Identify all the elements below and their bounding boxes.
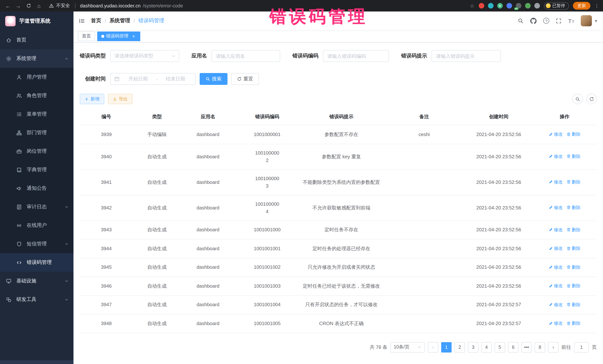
edit-link[interactable]: 修改 bbox=[549, 320, 563, 327]
back-icon[interactable]: ← bbox=[4, 2, 12, 10]
row-id: 3946 bbox=[80, 277, 133, 295]
sidebar-item-online-users[interactable]: 在线用户 bbox=[0, 216, 73, 235]
page-button-8[interactable]: 8 bbox=[535, 342, 545, 352]
calendar-icon bbox=[114, 76, 119, 82]
edit-link[interactable]: 修改 bbox=[549, 301, 563, 308]
hamburger-icon[interactable] bbox=[79, 18, 85, 23]
shield-icon bbox=[16, 241, 22, 247]
font-size-icon[interactable]: TT bbox=[568, 18, 574, 24]
delete-link[interactable]: 删除 bbox=[567, 282, 580, 289]
close-icon[interactable]: × bbox=[131, 33, 136, 39]
extension-dark-icon[interactable]: on bbox=[516, 3, 521, 9]
row-error-message: 只有开启状态的任务，才可以修改 bbox=[300, 295, 383, 314]
sidebar-item-dept-mgmt[interactable]: 部门管理 bbox=[0, 123, 73, 142]
delete-link[interactable]: 删除 bbox=[567, 131, 580, 138]
filter-row-1: 错误码类型 请选择错误码类型 应用名 错误码编码 bbox=[80, 50, 597, 62]
delete-link[interactable]: 删除 bbox=[567, 226, 580, 233]
app-name-input[interactable] bbox=[211, 50, 280, 62]
extension-green-icon[interactable] bbox=[525, 3, 531, 9]
edit-link[interactable]: 修改 bbox=[549, 226, 563, 233]
caret-down-icon[interactable]: ▾ bbox=[595, 18, 597, 23]
error-hint-input[interactable] bbox=[431, 50, 500, 62]
pager-more-button[interactable]: ••• bbox=[521, 342, 532, 352]
edit-link[interactable]: 修改 bbox=[549, 204, 563, 211]
date-range-picker[interactable]: 开始日期 - 结束日期 bbox=[110, 73, 196, 85]
extension-teal-icon[interactable] bbox=[488, 3, 493, 9]
page-button-3[interactable]: 3 bbox=[468, 342, 478, 352]
sidebar-item-sms-mgmt[interactable]: 短信管理 bbox=[0, 235, 73, 253]
edit-link[interactable]: 修改 bbox=[549, 153, 563, 160]
reset-button[interactable]: 重置 bbox=[231, 73, 259, 85]
refresh-button[interactable] bbox=[586, 94, 597, 104]
sidebar-item-dict-mgmt[interactable]: 字典管理 bbox=[0, 161, 73, 179]
delete-link[interactable]: 删除 bbox=[567, 178, 580, 186]
sidebar-collapse-bar[interactable] bbox=[0, 360, 73, 364]
delete-link[interactable]: 删除 bbox=[567, 263, 580, 271]
profile-paused-badge[interactable]: 已暂停 bbox=[544, 2, 569, 10]
row-error-code: 1001001002 bbox=[235, 258, 300, 277]
sidebar-item-home[interactable]: 首页 bbox=[0, 31, 73, 49]
sidebar-item-infra[interactable]: 基础设施 bbox=[0, 272, 73, 290]
row-remark: ceshi bbox=[383, 125, 465, 144]
add-button[interactable]: 新增 bbox=[80, 94, 104, 104]
prev-page-button[interactable]: ‹ bbox=[428, 342, 438, 352]
row-error-message: 定时任务的处理器已经存在 bbox=[300, 239, 383, 258]
goto-page-input[interactable] bbox=[574, 342, 589, 352]
sidebar-item-post-mgmt[interactable]: 岗位管理 bbox=[0, 142, 73, 161]
extension-red-icon[interactable] bbox=[478, 3, 484, 9]
export-button[interactable]: 导出 bbox=[108, 94, 132, 104]
sidebar-item-devtools[interactable]: 研发工具 bbox=[0, 290, 73, 309]
github-icon[interactable] bbox=[530, 18, 537, 24]
extension-vue-devtools-icon[interactable]: V bbox=[497, 3, 503, 9]
edit-link[interactable]: 修改 bbox=[549, 282, 563, 289]
sidebar-item-role-mgmt[interactable]: 角色管理 bbox=[0, 86, 73, 105]
delete-link[interactable]: 删除 bbox=[567, 204, 580, 211]
edit-link[interactable]: 修改 bbox=[549, 178, 563, 186]
tab-home[interactable]: 首页 bbox=[78, 31, 95, 41]
breadcrumb-system[interactable]: 系统管理 bbox=[109, 17, 130, 24]
delete-link[interactable]: 删除 bbox=[567, 153, 580, 160]
app-logo[interactable]: 芋道管理系统 bbox=[0, 11, 73, 31]
error-code-input[interactable] bbox=[323, 50, 389, 62]
reload-icon[interactable] bbox=[24, 2, 33, 10]
page-size-select[interactable]: 10条/页 bbox=[390, 342, 425, 352]
sidebar-item-system[interactable]: 系统管理 bbox=[0, 49, 73, 68]
delete-link[interactable]: 删除 bbox=[567, 320, 580, 327]
sidebar-item-menu-mgmt[interactable]: 菜单管理 bbox=[0, 105, 73, 123]
extensions-puzzle-icon[interactable] bbox=[534, 3, 540, 9]
extension-blue-icon[interactable] bbox=[506, 3, 512, 9]
error-type-select[interactable]: 请选择错误码类型 bbox=[110, 50, 179, 62]
next-page-button[interactable]: › bbox=[548, 342, 558, 352]
forward-icon[interactable]: → bbox=[14, 2, 22, 10]
search-icon[interactable] bbox=[518, 18, 524, 24]
sidebar-item-error-code-mgmt[interactable]: 错误码管理 bbox=[0, 253, 73, 272]
page-button-6[interactable]: 6 bbox=[508, 342, 518, 352]
bookmark-star-icon[interactable]: ☆ bbox=[470, 3, 475, 9]
help-icon[interactable]: ? bbox=[543, 18, 549, 24]
home-icon[interactable]: ⌂ bbox=[35, 2, 43, 10]
chevron-down-icon bbox=[65, 242, 69, 246]
sidebar-item-user-mgmt[interactable]: 用户管理 bbox=[0, 68, 73, 86]
edit-link[interactable]: 修改 bbox=[549, 263, 563, 271]
fullscreen-icon[interactable] bbox=[556, 18, 561, 23]
user-avatar[interactable] bbox=[581, 15, 592, 26]
filter-label: 创建时间 bbox=[80, 76, 106, 82]
address-bar[interactable]: 不安全 dashboard.yudao.iocoder.cn/system/er… bbox=[49, 3, 183, 9]
tab-error-code[interactable]: 错误码管理 × bbox=[97, 31, 140, 41]
delete-link[interactable]: 删除 bbox=[567, 301, 580, 308]
sidebar-item-notice-mgmt[interactable]: 通知公告 bbox=[0, 179, 73, 198]
page-button-4[interactable]: 4 bbox=[481, 342, 492, 352]
sidebar-item-audit-log[interactable]: 审计日志 bbox=[0, 198, 73, 216]
browser-update-button[interactable]: 更新 bbox=[573, 2, 590, 10]
show-search-toggle-button[interactable] bbox=[572, 94, 583, 104]
delete-icon bbox=[567, 180, 570, 184]
breadcrumb-home[interactable]: 首页 bbox=[91, 17, 101, 24]
search-button[interactable]: 搜索 bbox=[200, 73, 227, 85]
page-button-1[interactable]: 1 bbox=[441, 342, 452, 352]
delete-link[interactable]: 删除 bbox=[567, 245, 580, 252]
page-button-5[interactable]: 5 bbox=[495, 342, 505, 352]
edit-link[interactable]: 修改 bbox=[549, 245, 563, 252]
page-button-2[interactable]: 2 bbox=[454, 342, 465, 352]
browser-menu-icon[interactable]: ⋮ bbox=[594, 3, 599, 9]
edit-link[interactable]: 修改 bbox=[549, 131, 563, 138]
